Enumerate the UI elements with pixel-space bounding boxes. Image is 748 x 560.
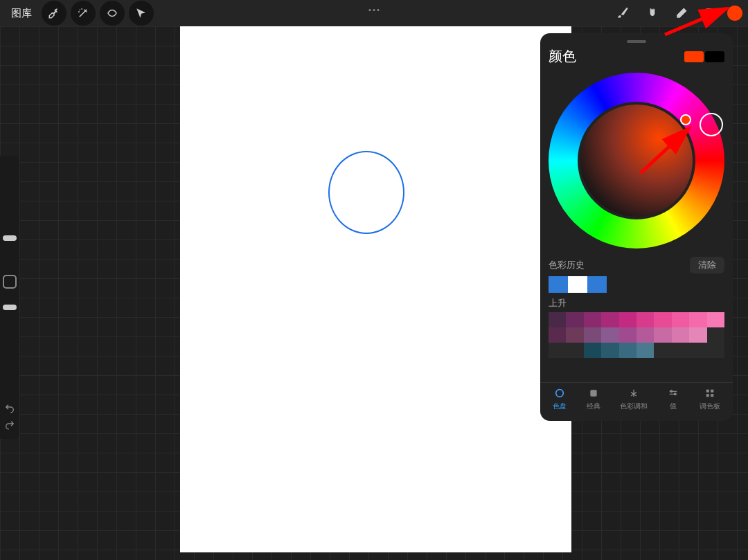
- redo-icon: [4, 419, 15, 431]
- panel-title: 颜色: [549, 47, 576, 66]
- sliders-icon: [667, 387, 679, 399]
- grid-icon: [704, 387, 716, 399]
- color-wheel[interactable]: [549, 73, 724, 249]
- trending-palette[interactable]: [549, 312, 724, 358]
- select-button[interactable]: [100, 1, 125, 26]
- tab-palettes-label: 调色板: [700, 401, 720, 411]
- panel-header: 颜色: [549, 47, 724, 66]
- panel-drag-handle[interactable]: [627, 40, 646, 43]
- history-swatch[interactable]: [568, 276, 587, 293]
- toolbar-right: [611, 1, 742, 26]
- tab-harmony-label: 色彩调和: [620, 401, 648, 411]
- sv-cursor[interactable]: [680, 114, 691, 125]
- select-icon: [106, 7, 118, 19]
- menu-dots[interactable]: [369, 9, 380, 11]
- svg-point-4: [670, 390, 673, 392]
- trending-label: 上升: [549, 297, 724, 309]
- layers-icon: [704, 6, 718, 20]
- svg-point-2: [556, 390, 564, 397]
- brush-size-slider[interactable]: [3, 235, 17, 241]
- transform-button[interactable]: [129, 1, 154, 26]
- history-swatch[interactable]: [549, 276, 568, 293]
- tab-harmony[interactable]: 色彩调和: [620, 387, 648, 411]
- tab-disc-label: 色盘: [553, 401, 567, 411]
- disc-icon: [553, 387, 566, 399]
- tab-classic[interactable]: 经典: [587, 387, 600, 411]
- saturation-disc[interactable]: [580, 105, 693, 217]
- tab-palettes[interactable]: 调色板: [700, 387, 720, 411]
- current-color-button[interactable]: [727, 6, 742, 21]
- sidebar-controls: [0, 156, 19, 419]
- svg-point-5: [675, 393, 677, 395]
- svg-rect-9: [711, 394, 713, 397]
- smudge-icon: [645, 6, 659, 20]
- primary-swatch[interactable]: [684, 51, 704, 62]
- harmony-icon: [627, 387, 640, 399]
- secondary-swatch[interactable]: [705, 51, 724, 62]
- history-header: 色彩历史 清除: [549, 257, 724, 273]
- tab-disc[interactable]: 色盘: [553, 387, 567, 411]
- arrow-icon: [135, 7, 148, 19]
- tab-value-label: 值: [670, 401, 677, 411]
- svg-rect-6: [706, 390, 709, 392]
- history-swatch[interactable]: [587, 276, 607, 293]
- eraser-icon: [675, 6, 688, 20]
- svg-rect-8: [706, 394, 709, 397]
- clear-history-button[interactable]: 清除: [690, 257, 724, 273]
- undo-redo-group: [0, 395, 19, 439]
- brush-icon: [616, 6, 630, 20]
- trending-section: 上升: [549, 297, 724, 358]
- smudge-button[interactable]: [640, 1, 665, 26]
- color-panel: 颜色 色彩历史 清除 上升 色盘 经典: [540, 33, 733, 421]
- color-history-row[interactable]: [549, 276, 724, 293]
- swatch-pair[interactable]: [684, 51, 724, 62]
- modify-button[interactable]: [3, 275, 17, 289]
- svg-rect-1: [709, 11, 715, 18]
- undo-icon: [4, 403, 15, 414]
- opacity-slider[interactable]: [3, 305, 17, 310]
- gallery-button[interactable]: 图库: [6, 4, 37, 23]
- top-toolbar: 图库: [0, 0, 748, 26]
- undo-button[interactable]: [0, 400, 19, 417]
- svg-rect-7: [711, 390, 713, 392]
- wand-icon: [77, 7, 89, 19]
- layers-button[interactable]: [698, 1, 723, 26]
- hue-cursor[interactable]: [700, 113, 723, 136]
- redo-button[interactable]: [0, 417, 19, 433]
- tab-classic-label: 经典: [587, 401, 600, 411]
- color-mode-tabs: 色盘 经典 色彩调和 值 调色板: [540, 382, 733, 415]
- eraser-button[interactable]: [669, 1, 694, 26]
- square-icon: [587, 387, 600, 399]
- brush-button[interactable]: [611, 1, 636, 26]
- toolbar-left: 图库: [6, 1, 154, 26]
- svg-rect-3: [590, 390, 596, 396]
- wrench-icon: [48, 7, 60, 19]
- canvas[interactable]: [180, 26, 571, 552]
- history-label: 色彩历史: [549, 259, 585, 271]
- drawn-circle-shape: [328, 151, 404, 234]
- tab-value[interactable]: 值: [667, 387, 679, 411]
- adjust-button[interactable]: [71, 1, 96, 26]
- wrench-button[interactable]: [42, 1, 66, 26]
